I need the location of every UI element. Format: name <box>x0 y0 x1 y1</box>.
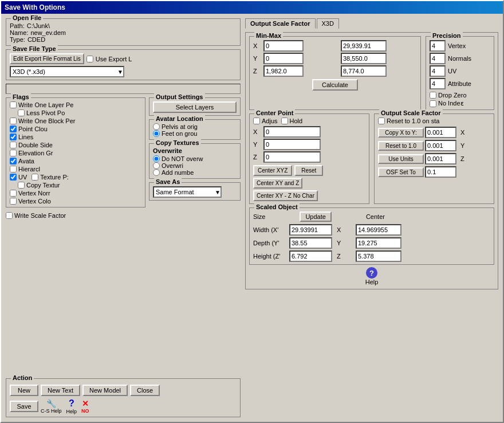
path-label: Path: <box>10 22 25 29</box>
flags-list: Write One Layer Pe Less Pivot Po Write O… <box>10 101 141 205</box>
reset-on-start-checkbox[interactable] <box>378 117 385 124</box>
normals-precision-input[interactable] <box>430 53 446 64</box>
write-scale-label: Write Scale Factor <box>6 212 241 219</box>
osf-set-input[interactable] <box>425 166 456 178</box>
calculate-button[interactable]: Calculate <box>312 79 358 91</box>
scaled-headers: Size Update Center <box>253 211 490 222</box>
action-buttons-row: New New Text New Model Close <box>10 385 237 396</box>
reset-1-button[interactable]: Reset to 1.0 <box>378 141 424 151</box>
copy-x-button[interactable]: Copy X to Y: <box>378 128 424 138</box>
cz-input[interactable] <box>356 250 401 262</box>
flags-label: Flags <box>11 93 31 100</box>
adjus-checkbox-label: Adjus <box>253 117 278 124</box>
osf-y-label: Y <box>460 142 472 149</box>
save-file-type-label: Save File Type <box>11 45 58 52</box>
attribute-precision-input[interactable] <box>430 78 446 89</box>
z-min-input[interactable] <box>263 65 304 77</box>
new-model-button[interactable]: New Model <box>82 385 128 396</box>
tab-bar: Output Scale Factor X3D <box>245 18 498 29</box>
uv-precision-input[interactable] <box>430 65 446 77</box>
name-label: Name: <box>10 29 28 36</box>
tab-bar-area: Output Scale Factor X3D <box>245 18 498 29</box>
adjus-checkbox[interactable] <box>253 117 260 124</box>
no-index-row: No Indeɛ <box>430 100 490 107</box>
attribute-label: Attribute <box>448 80 490 87</box>
y-max-input[interactable] <box>341 53 387 64</box>
cy-input[interactable] <box>356 237 401 249</box>
avatar-location-label: Avatar Location <box>154 115 205 122</box>
top-section: Min-Max X Y Z <box>249 36 494 110</box>
select-layers-button[interactable]: Select Layers <box>153 101 237 113</box>
calculate-wrapper: Calculate <box>253 79 417 91</box>
action-group: Action New New Text New Model Close Save… <box>6 378 241 417</box>
depth-input[interactable] <box>289 237 332 249</box>
scaled-object-group: Scaled Object Size Update Center Width (… <box>249 207 494 265</box>
x-max-input[interactable] <box>341 40 387 52</box>
tab-content: Min-Max X Y Z <box>245 32 498 289</box>
use-export-checkbox[interactable] <box>86 56 93 62</box>
format-dropdown[interactable]: X3D (*.x3d) <box>10 66 124 77</box>
center-xy-no-change-button[interactable]: Center XY - Z No Char <box>253 190 318 201</box>
new-button[interactable]: New <box>10 385 38 396</box>
center-xy-z-button[interactable]: Center XY and Z <box>253 178 302 189</box>
osf-z-input[interactable] <box>425 153 456 164</box>
cx-label: X <box>337 226 354 233</box>
open-file-group: Open File Path: C:\Junk\ Name: new_ev.de… <box>6 18 241 46</box>
osf-y-input[interactable] <box>425 140 456 151</box>
help-icon[interactable]: ? <box>366 267 377 279</box>
osf-set-button[interactable]: OSF Set To <box>378 167 424 177</box>
edit-export-button[interactable]: Edit Export File Format Lis <box>10 53 84 64</box>
separator-area <box>6 84 241 94</box>
normals-label: Normals <box>448 55 490 62</box>
z-max-input[interactable] <box>341 65 387 77</box>
size-col-header: Size <box>253 213 265 220</box>
reset-on-start-label: Reset to 1.0 on sta <box>378 117 490 124</box>
vertex-precision-input[interactable] <box>430 40 446 52</box>
output-scale-tab[interactable]: Output Scale Factor <box>245 18 316 29</box>
cs-help-icon[interactable]: 🔧 C-S Help <box>41 399 62 414</box>
save-as-group: Save As Same Format ▼ <box>149 182 241 201</box>
close-button[interactable]: Close <box>130 385 160 396</box>
uv-label: UV <box>448 68 490 75</box>
center-buttons: Center XYZ Reset <box>253 165 365 176</box>
left-panel: Open File Path: C:\Junk\ Name: new_ev.de… <box>6 18 241 417</box>
osf-x-input[interactable] <box>425 127 456 138</box>
cz-label: Z <box>337 253 354 260</box>
save-as-dropdown[interactable]: Same Format <box>153 186 222 198</box>
no-icon[interactable]: ✕ NO <box>81 399 89 414</box>
format-dropdown-wrapper: X3D (*.x3d) ▼ <box>10 66 124 77</box>
min-max-grid: X Y Z <box>253 40 417 77</box>
min-max-label: Min-Max <box>254 32 283 39</box>
center-point-inputs: X Y Z <box>253 126 365 163</box>
width-input[interactable] <box>289 224 332 236</box>
save-button[interactable]: Save <box>10 401 38 412</box>
write-scale-checkbox[interactable] <box>6 212 13 219</box>
cp-x-input[interactable] <box>263 126 321 138</box>
no-index-checkbox[interactable] <box>430 100 436 107</box>
osf-reset-row: Reset to 1.0 Y <box>378 140 490 151</box>
flag-less-pivot: Less Pivot Po <box>10 109 141 116</box>
do-not-radio: Do NOT overw <box>153 155 237 162</box>
reset-button[interactable]: Reset <box>294 165 323 176</box>
cp-z-label: Z <box>253 154 262 160</box>
drop-zero-checkbox[interactable] <box>430 92 436 99</box>
osf-rows: Copy X to Y: X Reset to 1.0 Y Use Units <box>378 127 490 178</box>
hold-checkbox[interactable] <box>281 117 288 124</box>
new-text-button[interactable]: New Text <box>41 385 80 396</box>
center-point-checkboxes: Adjus Hold <box>253 117 365 124</box>
use-units-button[interactable]: Use Units <box>378 154 424 164</box>
osf-set-row: OSF Set To <box>378 166 490 178</box>
cp-y-input[interactable] <box>263 139 321 150</box>
flag-write-one-block: Write One Block Per <box>10 117 141 124</box>
height-input[interactable] <box>289 250 332 262</box>
window-title: Save With Options <box>5 3 65 11</box>
bottom-help-icon[interactable]: ? Help <box>66 398 77 414</box>
cp-z-input[interactable] <box>263 151 321 163</box>
cx-input[interactable] <box>356 224 401 236</box>
x3d-tab[interactable]: X3D <box>317 18 339 29</box>
update-button[interactable]: Update <box>300 211 331 222</box>
center-xyz-button[interactable]: Center XYZ <box>253 165 292 176</box>
y-min-input[interactable] <box>263 53 304 64</box>
osf-use-units-row: Use Units Z <box>378 153 490 164</box>
x-min-input[interactable] <box>263 40 304 52</box>
